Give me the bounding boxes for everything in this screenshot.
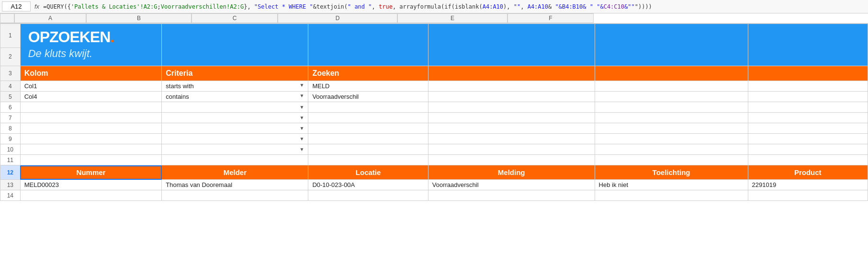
- col-header-f[interactable]: F: [507, 13, 594, 23]
- dropdown-arrow-7[interactable]: ▼: [299, 147, 304, 152]
- row10-a[interactable]: [20, 144, 162, 155]
- row11-e: [595, 155, 748, 165]
- row8-b[interactable]: ▼: [162, 123, 308, 134]
- row6-a[interactable]: [20, 102, 162, 113]
- dropdown-arrow-2[interactable]: ▼: [299, 93, 304, 98]
- row-num-12: 12: [0, 165, 21, 180]
- dropdown-arrow-5[interactable]: ▼: [299, 126, 304, 131]
- banner-d2: [428, 47, 595, 66]
- row11-b: [162, 155, 308, 165]
- search-header-kolom: Kolom: [20, 66, 162, 81]
- result-toelichting[interactable]: Heb ik niet: [595, 180, 748, 190]
- formula-bar: fx =QUERY({'Pallets & Locaties'!A2:G;Voo…: [0, 0, 868, 13]
- cell-reference-input[interactable]: [2, 1, 31, 12]
- search-col1[interactable]: Col1: [20, 81, 162, 92]
- row14-a[interactable]: [20, 190, 162, 201]
- row-num-6: 6: [0, 102, 21, 113]
- search-header-f: [748, 66, 868, 81]
- row-num-7: 7: [0, 113, 21, 123]
- results-header-product: Product: [748, 165, 868, 180]
- result-melding[interactable]: Voorraadverschil: [428, 180, 595, 190]
- result-locatie[interactable]: D0-10-023-00A: [308, 180, 428, 190]
- row9-d: [428, 134, 595, 144]
- row10-f: [748, 144, 868, 155]
- row7-d: [428, 113, 595, 123]
- row14-d: [428, 190, 595, 201]
- col-header-d[interactable]: D: [278, 13, 397, 23]
- row-num-9: 9: [0, 134, 21, 144]
- row14-f: [748, 190, 868, 201]
- row6-b[interactable]: ▼: [162, 102, 308, 113]
- row10-c[interactable]: [308, 144, 428, 155]
- col-header-a[interactable]: A: [14, 13, 86, 23]
- search-f5: [748, 92, 868, 102]
- row-num-14: 14: [0, 190, 21, 201]
- row10-d: [428, 144, 595, 155]
- row14-b: [162, 190, 308, 201]
- row-10: 10 ▼: [0, 144, 868, 155]
- banner-dot: .: [110, 28, 114, 46]
- banner-e2: [595, 47, 748, 66]
- dropdown-arrow-3[interactable]: ▼: [299, 105, 304, 110]
- banner-e1: [595, 24, 748, 48]
- dropdown-arrow-1[interactable]: ▼: [299, 82, 304, 88]
- results-header-melder: Melder: [162, 165, 308, 180]
- search-col2[interactable]: Col4: [20, 92, 162, 102]
- row6-c[interactable]: [308, 102, 428, 113]
- row11-d: [428, 155, 595, 165]
- banner-subtitle-cell: De kluts kwijt.: [20, 47, 162, 66]
- row-num-13: 13: [0, 180, 21, 190]
- row9-f: [748, 134, 868, 144]
- row9-a[interactable]: [20, 134, 162, 144]
- row7-c[interactable]: [308, 113, 428, 123]
- column-headers: A B C D E F: [0, 13, 868, 23]
- banner-subtitle: De kluts kwijt.: [28, 47, 154, 60]
- banner-b2: [162, 47, 308, 66]
- search-d5: [428, 92, 595, 102]
- row-num-2: 2: [0, 47, 21, 66]
- row14-c: [308, 190, 428, 201]
- result-melder[interactable]: Thomas van Dooremaal: [162, 180, 308, 190]
- row-7: 7 ▼: [0, 113, 868, 123]
- row8-a[interactable]: [20, 123, 162, 134]
- search-header-zoeken: Zoeken: [308, 66, 428, 81]
- col-header-c[interactable]: C: [192, 13, 278, 23]
- row-9: 9 ▼: [0, 134, 868, 144]
- row9-e: [595, 134, 748, 144]
- banner-title: OPZOEKEN.: [28, 29, 154, 46]
- search-criteria2[interactable]: contains ▼: [162, 92, 308, 102]
- row7-f: [748, 113, 868, 123]
- row7-a[interactable]: [20, 113, 162, 123]
- banner-b1: [162, 24, 308, 48]
- row8-f: [748, 123, 868, 134]
- dropdown-arrow-4[interactable]: ▼: [299, 115, 304, 120]
- col-header-e[interactable]: E: [397, 13, 507, 23]
- row-13: 13 MELD00023 Thomas van Dooremaal D0-10-…: [0, 180, 868, 190]
- search-d4: [428, 81, 595, 92]
- col-header-b[interactable]: B: [86, 13, 192, 23]
- row14-e: [595, 190, 748, 201]
- results-header-nummer[interactable]: Nummer: [20, 165, 162, 180]
- search-zoeken1[interactable]: MELD: [308, 81, 428, 92]
- row11-a[interactable]: [20, 155, 162, 165]
- row10-b[interactable]: ▼: [162, 144, 308, 155]
- row-num-8: 8: [0, 123, 21, 134]
- row-num-4: 4: [0, 81, 21, 92]
- dropdown-arrow-6[interactable]: ▼: [299, 136, 304, 141]
- row7-b[interactable]: ▼: [162, 113, 308, 123]
- search-zoeken2[interactable]: Voorraadverschil: [308, 92, 428, 102]
- results-header-melding: Melding: [428, 165, 595, 180]
- results-header-locatie: Locatie: [308, 165, 428, 180]
- row9-c[interactable]: [308, 134, 428, 144]
- row-6: 6 ▼: [0, 102, 868, 113]
- row-num-11: 11: [0, 155, 21, 165]
- result-nummer[interactable]: MELD00023: [20, 180, 162, 190]
- result-product[interactable]: 2291019: [748, 180, 868, 190]
- row8-d: [428, 123, 595, 134]
- row8-c[interactable]: [308, 123, 428, 134]
- row11-c: [308, 155, 428, 165]
- row9-b[interactable]: ▼: [162, 134, 308, 144]
- search-criteria1[interactable]: starts with ▼: [162, 81, 308, 92]
- row6-f: [748, 102, 868, 113]
- row-1: 1 OPZOEKEN.: [0, 24, 868, 48]
